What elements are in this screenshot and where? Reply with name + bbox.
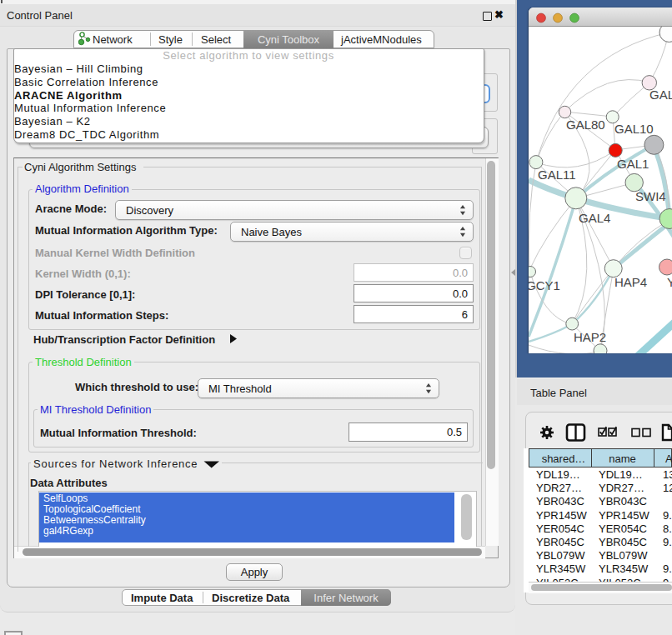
svg-text:GAL11: GAL11 [538,168,576,182]
svg-text:GAL10: GAL10 [614,122,654,136]
svg-text:GAL4: GAL4 [579,211,610,225]
svg-text:GAL: GAL [649,88,672,102]
svg-text:GAL1: GAL1 [617,157,649,171]
svg-text:HAP2: HAP2 [574,330,606,344]
svg-text:Y: Y [667,275,672,289]
svg-text:GAL80: GAL80 [566,118,605,132]
svg-text:SWI4: SWI4 [635,189,666,203]
svg-text:HAP4: HAP4 [614,275,647,289]
svg-text:GCY1: GCY1 [529,278,560,292]
